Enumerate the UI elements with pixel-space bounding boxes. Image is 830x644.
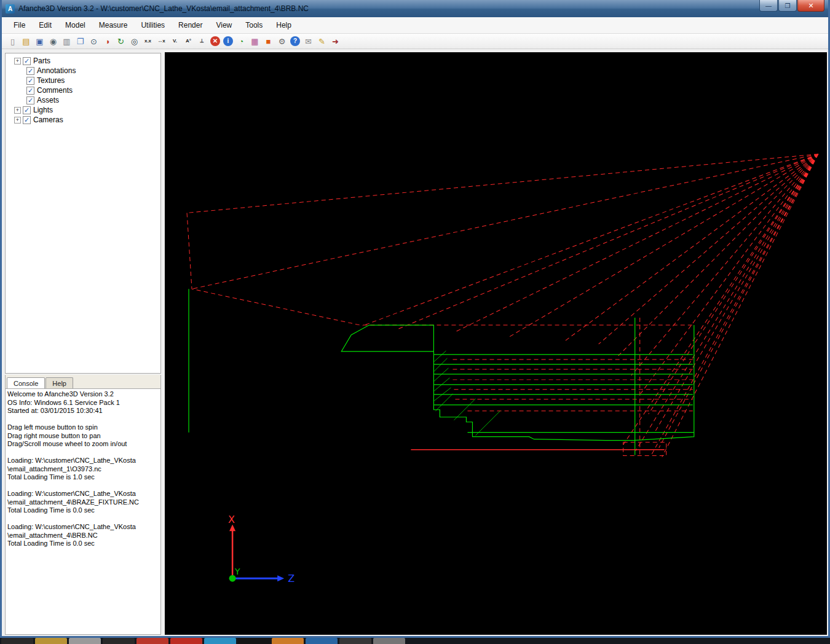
measure-perpendicular-icon[interactable]: ⊥ <box>196 36 208 47</box>
tree-item-parts[interactable]: +✓Parts <box>6 56 160 66</box>
measure-angle-icon[interactable]: A° <box>183 36 194 47</box>
screenshot-camera-icon[interactable]: ◉ <box>47 36 59 47</box>
tab-console[interactable]: Console <box>7 377 45 389</box>
console-line: Loading: W:\customer\CNC_Lathe_VKosta <box>7 523 159 532</box>
checkbox-textures[interactable]: ✓ <box>26 77 34 85</box>
console-tab-strip: Console Help <box>5 375 161 388</box>
menu-file[interactable]: File <box>7 17 32 33</box>
taskbar-app-6[interactable] <box>170 638 202 644</box>
power-clock-icon[interactable]: ◔ <box>235 36 247 47</box>
email-icon[interactable]: ✉ <box>302 36 314 47</box>
taskbar-app-10[interactable] <box>306 638 338 644</box>
copy-pages-icon[interactable]: ❐ <box>74 36 86 47</box>
exit-icon[interactable]: ➜ <box>330 36 341 47</box>
measure-width-icon[interactable]: ↔x <box>156 36 167 47</box>
new-file-icon[interactable]: ▯ <box>7 36 18 47</box>
print-icon[interactable]: ▥ <box>61 36 73 47</box>
system-taskbar <box>0 638 830 644</box>
console-line: \email_attachment_4\BRB.NC <box>7 532 159 540</box>
menu-model[interactable]: Model <box>58 17 92 33</box>
viewport-canvas: X Y Z <box>165 52 827 635</box>
render-globe-icon[interactable]: ◑ <box>101 36 113 47</box>
help-icon[interactable]: ? <box>290 36 300 46</box>
axis-z-arrowhead <box>277 575 284 581</box>
settings-gear-icon[interactable]: ⚙ <box>276 36 288 47</box>
rotate-3d-icon[interactable]: ↻ <box>115 36 127 47</box>
tab-help[interactable]: Help <box>45 377 73 388</box>
checkbox-comments[interactable]: ✓ <box>26 87 34 95</box>
tree-item-textures[interactable]: ✓Textures <box>6 76 160 85</box>
menu-help[interactable]: Help <box>269 17 298 33</box>
console-line <box>7 482 159 490</box>
toolpath-rapid-lines <box>187 154 818 457</box>
console-line: \email_attachment_4\BRAZE_FIXTURE.NC <box>7 498 159 507</box>
stop-icon[interactable]: ✕ <box>210 36 220 46</box>
window-title: Afanche3D Version 3.2 - W:\customer\CNC_… <box>18 4 759 13</box>
minimize-button[interactable]: — <box>759 0 778 12</box>
taskbar-app-7[interactable] <box>204 638 236 644</box>
taskbar-app-4[interactable] <box>103 638 135 644</box>
measure-binoculars-icon[interactable]: ◎ <box>128 36 140 47</box>
color-swatch-icon[interactable]: ■ <box>263 36 274 47</box>
tree-item-comments[interactable]: ✓Comments <box>6 85 160 95</box>
maximize-button[interactable]: ❐ <box>778 0 797 12</box>
menu-tools[interactable]: Tools <box>239 17 269 33</box>
console-line: Drag/Scroll mouse wheel to zoom in/out <box>7 440 159 449</box>
grid-colors-icon[interactable]: ▦ <box>249 36 261 47</box>
toolbar: ▯▤▣◉▥❐⊙◑↻◎x.x↔xV.A°⊥✕i◔▦■⚙?✉✎➜ <box>2 34 828 49</box>
viewport-3d[interactable]: X Y Z <box>165 52 827 635</box>
taskbar-app-1[interactable] <box>1 638 33 644</box>
console-line: Loading: W:\customer\CNC_Lathe_VKosta <box>7 490 159 498</box>
expand-plus-icon[interactable]: + <box>14 58 21 65</box>
checkbox-assets[interactable]: ✓ <box>26 96 34 104</box>
close-button[interactable]: ✕ <box>797 0 824 12</box>
measure-vertex-icon[interactable]: V. <box>169 36 181 47</box>
tree-item-label: Parts <box>33 57 50 65</box>
checkbox-parts[interactable]: ✓ <box>23 57 31 65</box>
tree-item-assets[interactable]: ✓Assets <box>6 95 160 105</box>
console-line <box>7 415 159 424</box>
view-eyes-icon[interactable]: ⊙ <box>88 36 100 47</box>
toolpath-feed-lines <box>189 289 694 455</box>
menu-bar: File Edit Model Measure Utilities Render… <box>2 17 828 34</box>
tree-item-lights[interactable]: +✓Lights <box>6 105 160 115</box>
annotate-note-icon[interactable]: ✎ <box>316 36 328 47</box>
taskbar-app-2[interactable] <box>35 638 67 644</box>
menu-view[interactable]: View <box>209 17 239 33</box>
taskbar-app-3[interactable] <box>69 638 101 644</box>
taskbar-app-8[interactable] <box>238 638 270 644</box>
checkbox-annotations[interactable]: ✓ <box>26 67 34 75</box>
info-icon[interactable]: i <box>223 36 233 46</box>
console-line: \email_attachment_1\O3973.nc <box>7 465 159 474</box>
expand-plus-icon[interactable]: + <box>14 107 21 114</box>
menu-render[interactable]: Render <box>172 17 209 33</box>
save-icon[interactable]: ▣ <box>34 36 45 47</box>
tree-item-label: Textures <box>37 76 65 85</box>
taskbar-app-5[interactable] <box>136 638 168 644</box>
menu-utilities[interactable]: Utilities <box>134 17 172 33</box>
open-folder-icon[interactable]: ▤ <box>20 36 32 47</box>
console-line <box>7 449 159 457</box>
checkbox-cameras[interactable]: ✓ <box>23 116 31 124</box>
tree-item-cameras[interactable]: +✓Cameras <box>6 115 160 125</box>
tree-item-annotations[interactable]: ✓Annotations <box>6 66 160 76</box>
window-controls: — ❐ ✕ <box>759 0 824 12</box>
menu-edit[interactable]: Edit <box>32 17 58 33</box>
console-line: Started at: 03/01/2015 10:30:41 <box>7 407 159 415</box>
tree-item-label: Comments <box>37 86 73 95</box>
expand-plus-icon[interactable]: + <box>14 117 21 124</box>
taskbar-app-11[interactable] <box>339 638 371 644</box>
tree-item-label: Cameras <box>33 116 63 124</box>
axis-triad: X Y Z <box>228 514 294 584</box>
scene-tree-panel: +✓Parts✓Annotations✓Textures✓Comments✓As… <box>5 53 161 374</box>
measure-distance-icon[interactable]: x.x <box>142 36 154 47</box>
checkbox-lights[interactable]: ✓ <box>23 106 31 114</box>
console-line: Total Loading Time is 1.0 sec <box>7 473 159 482</box>
tree-item-label: Lights <box>33 106 53 114</box>
menu-measure[interactable]: Measure <box>92 17 135 33</box>
title-bar[interactable]: A Afanche3D Version 3.2 - W:\customer\CN… <box>2 0 828 17</box>
taskbar-app-9[interactable] <box>272 638 304 644</box>
taskbar-app-12[interactable] <box>373 638 405 644</box>
console-line: Drag left mouse button to spin <box>7 423 159 432</box>
app-icon: A <box>6 4 15 14</box>
